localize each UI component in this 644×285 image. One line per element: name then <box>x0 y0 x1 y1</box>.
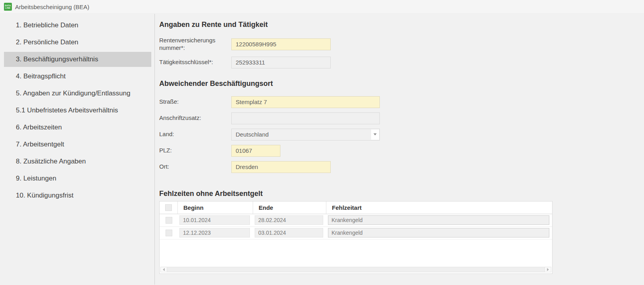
fehlzeitart-cell: Krankengeld <box>326 227 552 239</box>
form-row-plz: PLZ: <box>159 145 644 157</box>
ende-cell: 28.02.2024 <box>253 214 326 226</box>
form-row-rentenversicherungsnummer: Rentenversicherungs nummer*: <box>159 37 644 52</box>
chevron-down-icon <box>373 133 377 135</box>
sidebar-item-beschaeftigungsverhaeltnis[interactable]: 3. Beschäftigungsverhältnis <box>4 52 151 67</box>
app-logo-icon: DATA LINE <box>4 3 12 11</box>
land-label: Land: <box>159 131 231 138</box>
form-row-ort: Ort: <box>159 161 644 173</box>
table-row: 10.01.2024 28.02.2024 Krankengeld <box>160 214 552 227</box>
row-checkbox-cell <box>160 214 178 226</box>
beginn-cell: 12.12.2023 <box>178 227 253 239</box>
land-selected-value: Deutschland <box>232 131 379 138</box>
form-row-anschriftzusatz: Anschriftzusatz: <box>159 112 644 124</box>
column-header-fehlzeitart: Fehlzeitart <box>326 201 552 214</box>
row-checkbox-cell <box>160 227 178 239</box>
strasse-label: Straße: <box>159 98 231 106</box>
ort-label: Ort: <box>159 163 231 171</box>
logo-text-bottom: LINE <box>5 7 10 10</box>
scroll-right-icon <box>547 268 549 271</box>
land-combobox[interactable]: Deutschland <box>231 129 380 141</box>
column-header-beginn: Beginn <box>178 201 253 214</box>
scroll-right-button[interactable] <box>545 267 551 272</box>
sidebar-item-zusaetzliche-angaben[interactable]: 8. Zusätzliche Angaben <box>4 154 151 169</box>
scrollbar-track[interactable] <box>167 267 545 272</box>
plz-input[interactable] <box>231 145 280 157</box>
ende-cell: 03.01.2024 <box>253 227 326 239</box>
sidebar-navigation: 1. Betriebliche Daten 2. Persönliche Dat… <box>0 14 155 285</box>
fehlzeiten-table-header: Beginn Ende Fehlzeitart <box>160 201 552 214</box>
sidebar-item-beitragspflicht[interactable]: 4. Beitragspflicht <box>4 69 151 84</box>
plz-label: PLZ: <box>159 147 231 154</box>
form-row-land: Land: Deutschland <box>159 129 644 141</box>
form-content: Angaben zu Rente und Tätigkeit Rentenver… <box>155 14 644 285</box>
strasse-input[interactable] <box>231 96 380 108</box>
fehlzeitart-value[interactable]: Krankengeld <box>328 228 549 238</box>
beginn-cell: 10.01.2024 <box>178 214 253 226</box>
scroll-left-icon <box>163 268 165 271</box>
fehlzeitart-value[interactable]: Krankengeld <box>328 215 549 225</box>
land-dropdown-button[interactable] <box>371 129 379 140</box>
taetigkeitsschluessel-label: Tätigkeitsschlüssel*: <box>159 59 231 66</box>
sidebar-item-betriebliche-daten[interactable]: 1. Betriebliche Daten <box>4 18 151 33</box>
section-heading-beschaeftigungsort: Abweichender Beschäftigungsort <box>159 80 644 88</box>
table-empty-area <box>160 239 552 267</box>
anschriftzusatz-input[interactable] <box>231 112 380 124</box>
ende-value[interactable]: 03.01.2024 <box>255 228 323 238</box>
sidebar-item-persoenliche-daten[interactable]: 2. Persönliche Daten <box>4 35 151 50</box>
select-all-checkbox[interactable] <box>165 204 172 211</box>
sidebar-item-arbeitsentgelt[interactable]: 7. Arbeitsentgelt <box>4 137 151 152</box>
form-row-strasse: Straße: <box>159 96 644 108</box>
app-body: 1. Betriebliche Daten 2. Persönliche Dat… <box>0 14 644 285</box>
beginn-value[interactable]: 10.01.2024 <box>179 215 250 225</box>
form-row-taetigkeitsschluessel: Tätigkeitsschlüssel*: <box>159 57 644 68</box>
horizontal-scrollbar[interactable] <box>160 267 551 272</box>
rentenversicherungsnummer-label: Rentenversicherungs nummer*: <box>159 37 231 52</box>
sidebar-item-unbefristetes-arbeitsverhaeltnis[interactable]: 5.1 Unbefristetes Arbeitsverhältnis <box>4 103 151 118</box>
ort-input[interactable] <box>231 161 331 173</box>
rentenversicherungsnummer-input[interactable] <box>231 38 331 50</box>
ende-value[interactable]: 28.02.2024 <box>255 215 323 225</box>
anschriftzusatz-label: Anschriftzusatz: <box>159 114 231 122</box>
window-title: Arbeitsbescheinigung (BEA) <box>15 4 90 10</box>
table-row: 12.12.2023 03.01.2024 Krankengeld <box>160 227 552 239</box>
sidebar-item-kuendigungsfrist[interactable]: 10. Kündigungsfrist <box>4 188 151 203</box>
row-checkbox[interactable] <box>166 230 172 236</box>
section-heading-fehlzeiten: Fehlzeiten ohne Arbeitsentgelt <box>159 190 644 198</box>
row-checkbox[interactable] <box>166 217 172 224</box>
header-checkbox-cell <box>160 201 178 214</box>
scroll-left-button[interactable] <box>161 267 167 272</box>
section-heading-rente: Angaben zu Rente und Tätigkeit <box>159 21 644 29</box>
sidebar-item-kuendigung-entlassung[interactable]: 5. Angaben zur Kündigung/Entlassung <box>4 86 151 101</box>
fehlzeiten-table: Beginn Ende Fehlzeitart 10.01.2024 28.02… <box>159 201 553 274</box>
fehlzeitart-cell: Krankengeld <box>326 214 552 226</box>
taetigkeitsschluessel-input[interactable] <box>231 57 331 68</box>
sidebar-item-arbeitszeiten[interactable]: 6. Arbeitszeiten <box>4 120 151 135</box>
column-header-ende: Ende <box>253 201 326 214</box>
title-bar: DATA LINE Arbeitsbescheinigung (BEA) <box>0 0 644 14</box>
sidebar-item-leistungen[interactable]: 9. Leistungen <box>4 171 151 186</box>
beginn-value[interactable]: 12.12.2023 <box>179 228 250 238</box>
